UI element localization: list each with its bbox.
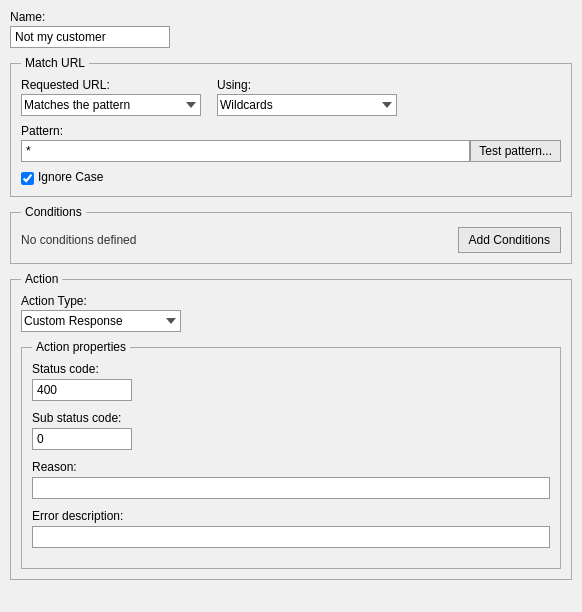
test-pattern-button[interactable]: Test pattern...	[470, 140, 561, 162]
action-properties-legend: Action properties	[32, 340, 130, 354]
ignore-case-label: Ignore Case	[38, 170, 103, 184]
ignore-case-checkbox[interactable]	[21, 172, 34, 185]
error-description-input[interactable]	[32, 526, 550, 548]
sub-status-code-row: Sub status code:	[32, 411, 550, 450]
using-col: Using: Wildcards Exact Match Regular Exp…	[217, 78, 397, 116]
pattern-label: Pattern:	[21, 124, 561, 138]
name-label: Name:	[10, 10, 572, 24]
form-container: Name: Match URL Requested URL: Matches t…	[10, 10, 572, 580]
status-code-input[interactable]	[32, 379, 132, 401]
pattern-field-group: Pattern: Test pattern...	[21, 124, 561, 162]
using-label: Using:	[217, 78, 397, 92]
action-type-field-group: Action Type: Custom Response Redirect Re…	[21, 294, 561, 332]
conditions-legend: Conditions	[21, 205, 86, 219]
error-description-label: Error description:	[32, 509, 550, 523]
reason-label: Reason:	[32, 460, 550, 474]
action-legend: Action	[21, 272, 62, 286]
conditions-fieldset: Conditions No conditions defined Add Con…	[10, 205, 572, 264]
match-url-fieldset: Match URL Requested URL: Matches the pat…	[10, 56, 572, 197]
no-conditions-text: No conditions defined	[21, 233, 136, 247]
status-code-label: Status code:	[32, 362, 550, 376]
error-description-row: Error description:	[32, 509, 550, 548]
sub-status-code-input[interactable]	[32, 428, 132, 450]
url-using-row: Requested URL: Matches the pattern Does …	[21, 78, 561, 116]
sub-status-code-label: Sub status code:	[32, 411, 550, 425]
action-type-select[interactable]: Custom Response Redirect Rewrite None	[21, 310, 181, 332]
requested-url-col: Requested URL: Matches the pattern Does …	[21, 78, 201, 116]
action-fieldset: Action Action Type: Custom Response Redi…	[10, 272, 572, 580]
match-url-legend: Match URL	[21, 56, 89, 70]
name-input[interactable]	[10, 26, 170, 48]
conditions-row: No conditions defined Add Conditions	[21, 227, 561, 253]
add-conditions-button[interactable]: Add Conditions	[458, 227, 561, 253]
action-type-label: Action Type:	[21, 294, 561, 308]
action-properties-fieldset: Action properties Status code: Sub statu…	[21, 340, 561, 569]
requested-url-label: Requested URL:	[21, 78, 201, 92]
pattern-input[interactable]	[21, 140, 470, 162]
status-code-row: Status code:	[32, 362, 550, 401]
requested-url-select[interactable]: Matches the pattern Does not match the p…	[21, 94, 201, 116]
ignore-case-row: Ignore Case	[21, 170, 561, 186]
name-field-group: Name:	[10, 10, 572, 48]
reason-input[interactable]	[32, 477, 550, 499]
pattern-row: Test pattern...	[21, 140, 561, 162]
reason-row: Reason:	[32, 460, 550, 499]
using-select[interactable]: Wildcards Exact Match Regular Expression…	[217, 94, 397, 116]
